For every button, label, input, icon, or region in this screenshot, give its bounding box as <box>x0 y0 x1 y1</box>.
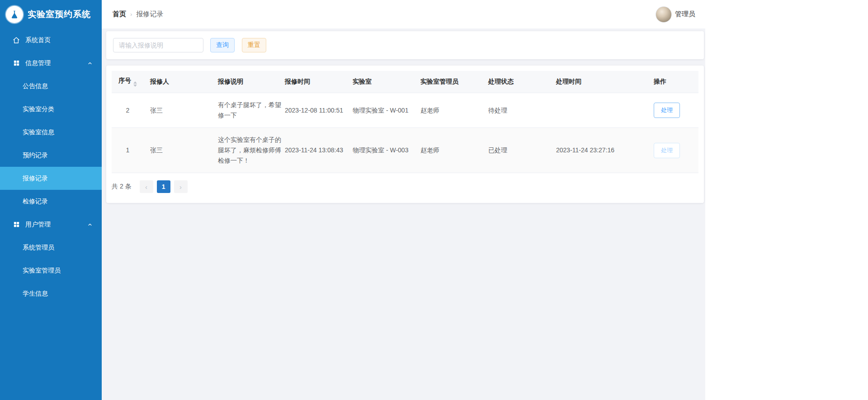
app-title: 实验室预约系统 <box>28 9 91 20</box>
table-header-row: 序号 报修人 报修说明 报修时间 实验室 实验室管理员 处理状态 处理时间 操作 <box>112 71 698 93</box>
cell-description: 有个桌子腿坏了，希望修一下 <box>218 93 285 128</box>
sidebar-group-info-management[interactable]: 信息管理 <box>0 52 102 75</box>
sidebar-group-label: 信息管理 <box>25 59 51 67</box>
reset-button[interactable]: 重置 <box>242 38 266 52</box>
column-header-report-time: 报修时间 <box>285 71 353 93</box>
repair-description-input[interactable] <box>113 38 203 52</box>
column-header-actions: 操作 <box>654 71 698 93</box>
sidebar-item-student-info[interactable]: 学生信息 <box>0 282 102 305</box>
column-header-handle-time: 处理时间 <box>556 71 654 93</box>
cell-status: 已处理 <box>488 128 556 173</box>
table-row: 1 张三 这个实验室有个桌子的腿坏了，麻烦检修师傅检修一下！ 2023-11-2… <box>112 128 698 173</box>
cell-lab: 物理实验室 - W-003 <box>353 128 420 173</box>
cell-actions: 处理 <box>654 128 698 173</box>
sidebar-item-label: 学生信息 <box>23 290 48 298</box>
cell-manager: 赵老师 <box>420 128 488 173</box>
breadcrumb-home-link[interactable]: 首页 <box>113 10 126 19</box>
handle-button[interactable]: 处理 <box>654 103 680 118</box>
cell-seq: 2 <box>112 93 150 128</box>
sidebar-group-user-management[interactable]: 用户管理 <box>0 213 102 236</box>
cell-status: 待处理 <box>488 93 556 128</box>
sidebar-item-label: 系统管理员 <box>23 244 54 252</box>
column-header-seq: 序号 <box>112 71 150 93</box>
cell-report-time: 2023-11-24 13:08:43 <box>285 128 353 173</box>
pagination-page-1[interactable]: 1 <box>157 180 170 193</box>
sidebar-item-label: 实验室分类 <box>23 105 54 113</box>
cell-actions: 处理 <box>654 93 698 128</box>
username: 管理员 <box>675 10 695 19</box>
pagination: 共 2 条 ‹ 1 › <box>112 180 698 193</box>
grid-icon <box>13 60 20 66</box>
cell-reporter: 张三 <box>150 93 218 128</box>
chevron-up-icon <box>87 222 93 227</box>
sidebar-item-label: 报修记录 <box>23 174 48 183</box>
sidebar-item-repair-records[interactable]: 报修记录 <box>0 167 102 190</box>
home-icon <box>13 37 20 44</box>
repair-records-panel: 序号 报修人 报修说明 报修时间 实验室 实验室管理员 处理状态 处理时间 操作 <box>106 66 704 203</box>
content-area: 查询 重置 序号 报修人 报修说明 <box>102 28 705 203</box>
sidebar-item-system-admin[interactable]: 系统管理员 <box>0 236 102 259</box>
column-header-description: 报修说明 <box>218 71 285 93</box>
sidebar-item-label: 预约记录 <box>23 151 48 160</box>
sidebar-item-label: 实验室管理员 <box>23 267 61 275</box>
sidebar-group-label: 用户管理 <box>25 221 51 229</box>
chevron-left-icon: ‹ <box>145 183 147 191</box>
sidebar-item-home[interactable]: 系统首页 <box>0 28 102 52</box>
sidebar-item-label: 检修记录 <box>23 198 48 206</box>
pagination-prev-button[interactable]: ‹ <box>140 180 153 193</box>
sidebar-item-maintenance-records[interactable]: 检修记录 <box>0 190 102 213</box>
top-header: 首页 › 报修记录 管理员 <box>102 0 705 28</box>
sidebar: 实验室预约系统 系统首页 信息管理 公告信息 实验室分类 实验室信息 <box>0 0 102 400</box>
pagination-next-button[interactable]: › <box>174 180 188 193</box>
breadcrumb-current: 报修记录 <box>136 10 163 19</box>
sidebar-item-label: 公告信息 <box>23 82 48 90</box>
cell-reporter: 张三 <box>150 128 218 173</box>
repair-records-table: 序号 报修人 报修说明 报修时间 实验室 实验室管理员 处理状态 处理时间 操作 <box>112 71 698 173</box>
sidebar-item-lab-admin[interactable]: 实验室管理员 <box>0 259 102 282</box>
column-header-manager: 实验室管理员 <box>420 71 488 93</box>
cell-seq: 1 <box>112 128 150 173</box>
app-window: 实验室预约系统 系统首页 信息管理 公告信息 实验室分类 实验室信息 <box>0 0 705 400</box>
column-header-status: 处理状态 <box>488 71 556 93</box>
cell-description: 这个实验室有个桌子的腿坏了，麻烦检修师傅检修一下！ <box>218 128 285 173</box>
sidebar-menu: 系统首页 信息管理 公告信息 实验室分类 实验室信息 预约记录 报修记录 检修记… <box>0 28 102 305</box>
cell-report-time: 2023-12-08 11:00:51 <box>285 93 353 128</box>
main-area: 首页 › 报修记录 管理员 查询 重置 <box>102 0 705 400</box>
column-label: 序号 <box>118 77 131 84</box>
column-header-lab: 实验室 <box>353 71 420 93</box>
pagination-total: 共 2 条 <box>112 183 132 191</box>
query-button[interactable]: 查询 <box>210 38 235 52</box>
grid-icon <box>13 221 20 228</box>
search-panel: 查询 重置 <box>106 31 704 59</box>
sidebar-item-lab-category[interactable]: 实验室分类 <box>0 98 102 121</box>
sidebar-item-label: 系统首页 <box>25 36 51 44</box>
cell-handle-time: 2023-11-24 23:27:16 <box>556 128 654 173</box>
chevron-right-icon: › <box>179 183 182 191</box>
cell-handle-time <box>556 93 654 128</box>
sidebar-item-label: 实验室信息 <box>23 128 54 136</box>
sidebar-item-lab-info[interactable]: 实验室信息 <box>0 121 102 144</box>
column-header-reporter: 报修人 <box>150 71 218 93</box>
cell-manager: 赵老师 <box>420 93 488 128</box>
table-row: 2 张三 有个桌子腿坏了，希望修一下 2023-12-08 11:00:51 物… <box>112 93 698 128</box>
breadcrumb-separator-icon: › <box>130 11 132 18</box>
breadcrumb: 首页 › 报修记录 <box>113 10 163 19</box>
user-menu[interactable]: 管理员 <box>656 6 695 23</box>
sort-caret-icon[interactable] <box>133 81 137 87</box>
sidebar-item-reservation-records[interactable]: 预约记录 <box>0 144 102 167</box>
cell-lab: 物理实验室 - W-001 <box>353 93 420 128</box>
handle-button-disabled: 处理 <box>654 143 680 158</box>
flask-icon <box>6 6 23 23</box>
avatar <box>656 6 672 23</box>
sidebar-item-notice-info[interactable]: 公告信息 <box>0 75 102 98</box>
chevron-up-icon <box>87 61 93 66</box>
app-logo: 实验室预约系统 <box>0 0 102 28</box>
